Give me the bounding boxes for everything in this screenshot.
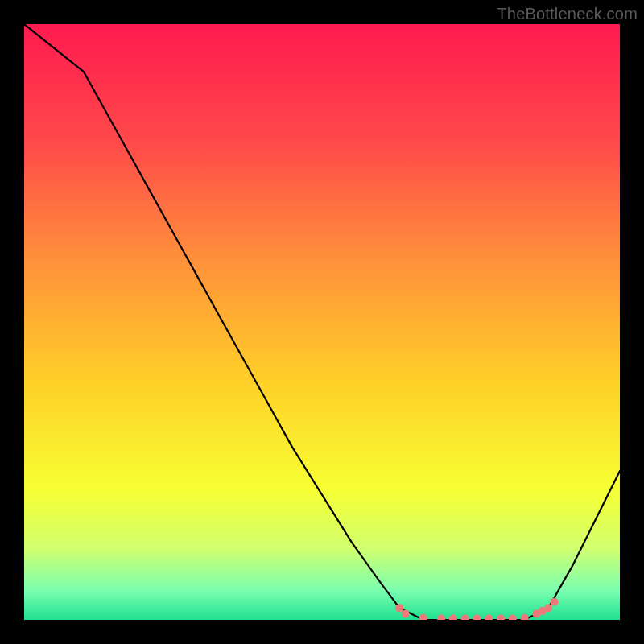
curve-marker <box>402 610 410 618</box>
chart-plot-area <box>24 24 620 620</box>
attribution-text: TheBottleneck.com <box>497 5 638 23</box>
chart-svg <box>24 24 620 620</box>
gradient-background <box>24 24 620 620</box>
curve-marker <box>395 604 403 612</box>
curve-marker <box>544 604 552 612</box>
curve-marker <box>551 598 559 606</box>
